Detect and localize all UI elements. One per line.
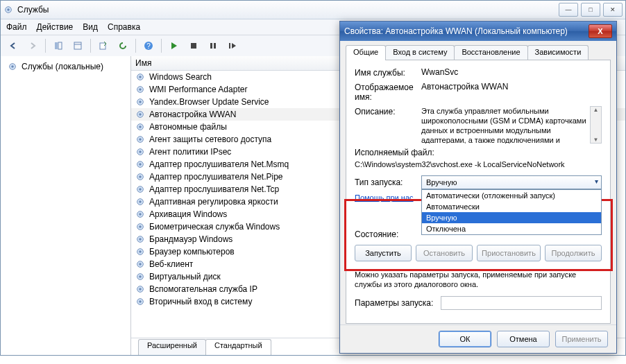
resume-button: Продолжить <box>545 245 602 261</box>
svg-point-25 <box>139 138 142 141</box>
restart-button[interactable] <box>224 37 241 54</box>
svg-text:?: ? <box>146 42 151 50</box>
svg-point-21 <box>139 113 142 116</box>
gear-icon <box>135 159 145 169</box>
start-button[interactable]: Запустить <box>355 245 412 261</box>
back-button[interactable] <box>5 37 22 54</box>
svg-point-19 <box>139 101 142 103</box>
tab-general[interactable]: Общие <box>346 45 386 60</box>
help-button[interactable]: ? <box>140 37 157 54</box>
dialog-close-button[interactable]: X <box>589 24 612 38</box>
service-name: Адаптивная регулировка яркости <box>149 197 278 207</box>
service-name: Браузер компьютеров <box>149 247 235 257</box>
gear-icon <box>135 259 145 269</box>
value-description: Эта служба управляет мобильными широкопо… <box>421 106 590 144</box>
startup-option[interactable]: Автоматически <box>422 201 601 212</box>
maximize-button[interactable]: □ <box>581 3 600 17</box>
startup-type-dropdown[interactable]: Автоматически (отложенный запуск)Автомат… <box>421 189 602 235</box>
label-service-name: Имя службы: <box>355 67 421 78</box>
export-button[interactable] <box>95 37 112 54</box>
tab-dependencies[interactable]: Зависимости <box>527 45 589 60</box>
service-name: Автонастройка WWAN <box>149 110 236 119</box>
gear-icon <box>8 62 17 71</box>
gear-icon <box>135 147 145 157</box>
svg-point-33 <box>139 188 142 191</box>
gear-icon <box>135 110 145 119</box>
properties-dialog: Свойства: Автонастройка WWAN (Локальный … <box>339 21 617 354</box>
service-name: Windows Search <box>149 72 212 82</box>
service-name: Вторичный вход в систему <box>149 297 252 306</box>
minimize-button[interactable]: — <box>559 3 578 17</box>
forward-button[interactable] <box>24 37 41 54</box>
params-input[interactable] <box>441 296 602 310</box>
svg-rect-10 <box>214 43 216 49</box>
menu-help[interactable]: Справка <box>108 22 140 32</box>
tab-logon[interactable]: Вход в систему <box>385 45 455 60</box>
dialog-tabs: Общие Вход в систему Восстановление Зави… <box>346 45 611 60</box>
svg-point-29 <box>139 163 142 166</box>
value-display-name: Автонастройка WWAN <box>421 82 602 92</box>
tree-item-local-services[interactable]: Службы (локальные) <box>5 60 126 73</box>
startup-type-select[interactable]: Вручную <box>421 175 602 189</box>
svg-point-27 <box>139 150 142 153</box>
svg-rect-11 <box>229 43 230 49</box>
tab-extended[interactable]: Расширенный <box>138 339 206 355</box>
service-name: WMI Performance Adapter <box>149 85 247 94</box>
stop-button[interactable] <box>185 37 202 54</box>
tab-standard[interactable]: Стандартный <box>205 339 271 355</box>
label-params: Параметры запуска: <box>355 298 441 308</box>
svg-point-17 <box>139 88 142 91</box>
startup-selected-value: Вручную <box>426 178 457 187</box>
play-button[interactable] <box>166 37 183 54</box>
properties-toolbar-button[interactable] <box>69 37 86 54</box>
label-display-name: Отображаемое имя: <box>355 82 421 102</box>
svg-point-13 <box>11 65 14 68</box>
tab-recovery[interactable]: Восстановление <box>454 45 527 60</box>
startup-option[interactable]: Вручную <box>422 212 601 223</box>
gear-icon <box>135 272 145 281</box>
gear-icon <box>135 197 145 207</box>
description-scrollbar[interactable]: ▲▼ <box>590 106 602 144</box>
gear-icon <box>135 209 145 219</box>
svg-point-51 <box>139 300 142 303</box>
stop-button-dlg: Остановить <box>416 245 473 261</box>
gear-icon <box>135 85 145 94</box>
gear-icon <box>135 234 145 244</box>
service-name: Вспомогательная служба IP <box>149 284 257 294</box>
ok-button[interactable]: ОК <box>439 331 491 347</box>
gear-icon <box>135 222 145 232</box>
service-name: Веб-клиент <box>149 259 193 269</box>
startup-option[interactable]: Автоматически (отложенный запуск) <box>422 190 601 201</box>
gear-icon <box>135 97 145 107</box>
menu-action[interactable]: Действие <box>37 22 74 32</box>
svg-rect-8 <box>191 43 196 49</box>
service-name: Агент политики IPsec <box>149 147 231 157</box>
dialog-titlebar: Свойства: Автонастройка WWAN (Локальный … <box>340 21 616 41</box>
dialog-title: Свойства: Автонастройка WWAN (Локальный … <box>344 26 568 36</box>
svg-point-23 <box>139 125 142 128</box>
label-description: Описание: <box>355 106 421 116</box>
refresh-button[interactable] <box>115 37 131 54</box>
label-state: Состояние: <box>355 229 398 239</box>
startup-option[interactable]: Отключена <box>422 223 601 234</box>
pause-button[interactable] <box>205 37 221 54</box>
dialog-footer: ОК Отмена Применить <box>340 324 616 353</box>
show-hide-tree-button[interactable] <box>50 37 67 54</box>
cancel-button[interactable]: Отмена <box>497 331 550 347</box>
svg-point-31 <box>139 175 142 178</box>
service-name: Адаптер прослушивателя Net.Msmq <box>149 159 289 169</box>
apply-button: Применить <box>555 331 608 347</box>
service-name: Архивация Windows <box>149 209 227 219</box>
service-name: Агент защиты сетевого доступа <box>149 135 271 144</box>
menu-view[interactable]: Вид <box>83 22 98 32</box>
label-exec: Исполняемый файл: <box>355 148 602 157</box>
svg-rect-2 <box>55 42 58 49</box>
main-title: Службы <box>17 5 49 15</box>
main-close-button[interactable]: ✕ <box>603 3 623 17</box>
svg-point-43 <box>139 250 142 253</box>
svg-rect-4 <box>74 42 81 49</box>
gear-icon <box>135 284 145 294</box>
svg-point-39 <box>139 225 142 228</box>
menu-file[interactable]: Файл <box>6 22 27 32</box>
console-tree[interactable]: Службы (локальные) <box>1 56 131 355</box>
